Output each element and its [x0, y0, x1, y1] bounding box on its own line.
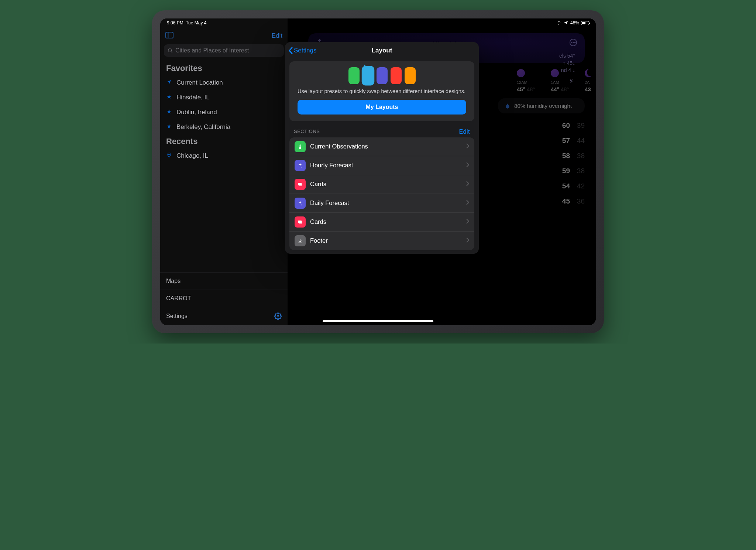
screen: 9:06 PM Tue May 4 48% Edit — [160, 18, 596, 325]
swatch-active — [361, 66, 374, 86]
sidebar-edit-button[interactable]: Edit — [272, 32, 282, 40]
hour-col: 2A 43 — [585, 69, 596, 92]
promo-text: Use layout presets to quickly swap betwe… — [298, 88, 466, 95]
sidebar-item-chicago[interactable]: Chicago, IL — [160, 148, 288, 163]
chevron-right-icon — [466, 143, 469, 150]
chevron-right-icon — [466, 181, 469, 188]
preset-swatches: ✦ — [298, 67, 466, 84]
location-services-icon — [563, 20, 568, 25]
row-badge-icon — [295, 141, 306, 152]
my-layouts-button[interactable]: My Layouts — [298, 100, 466, 115]
sidebar-maps[interactable]: Maps — [160, 272, 288, 290]
temp-hi: 58 — [555, 152, 570, 160]
svg-rect-0 — [166, 32, 173, 38]
temp-lo: 38 — [570, 152, 585, 160]
sidebar-toggle-icon[interactable] — [165, 32, 173, 40]
temp-lo: 38 — [570, 167, 585, 175]
row-badge-icon — [295, 160, 306, 171]
favorites-header: Favorites — [160, 61, 288, 75]
sidebar-item-label: Berkeley, California — [176, 123, 230, 131]
temp-hi: 59 — [555, 167, 570, 175]
svg-point-12 — [299, 147, 301, 149]
temp-hi: 57 — [555, 137, 570, 145]
ipad-frame: 9:06 PM Tue May 4 48% Edit — [152, 10, 604, 333]
sidebar-carrot[interactable]: CARROT — [160, 290, 288, 307]
sidebar-item-hinsdale[interactable]: Hinsdale, IL — [160, 90, 288, 105]
wifi-icon — [556, 20, 561, 25]
row-label: Footer — [310, 237, 462, 244]
sections-label: SECTIONS — [294, 129, 320, 135]
section-row[interactable]: Footer — [289, 232, 474, 250]
row-label: Cards — [310, 218, 462, 225]
chevron-left-icon — [289, 47, 293, 54]
layout-sheet: Settings Layout ✦ Use layout presets to … — [285, 42, 479, 254]
chevron-right-icon — [466, 200, 469, 206]
moon-icon — [585, 69, 593, 77]
row-label: Current Observations — [310, 143, 462, 150]
sidebar-item-label: Current Location — [176, 79, 223, 86]
more-icon[interactable] — [569, 38, 577, 47]
location-arrow-icon — [166, 79, 172, 86]
temp-hi: 45 — [555, 197, 570, 205]
pin-icon — [166, 152, 172, 160]
temp-lo: 39 — [570, 122, 585, 130]
svg-point-8 — [571, 42, 572, 43]
svg-rect-14 — [299, 184, 302, 186]
search-icon — [168, 48, 173, 54]
battery-icon — [581, 21, 589, 25]
star-icon — [166, 123, 172, 131]
sidebar-item-current-location[interactable]: Current Location — [160, 75, 288, 90]
temp-lo: 44 — [570, 137, 585, 145]
section-row[interactable]: Cards — [289, 213, 474, 232]
hour-col: 12AM 45°48° — [517, 69, 543, 92]
humidity-text: 80% humidity overnight — [514, 103, 572, 109]
row-badge-icon — [295, 235, 306, 246]
layouts-promo: ✦ Use layout presets to quickly swap bet… — [289, 61, 474, 121]
home-indicator[interactable] — [323, 320, 433, 322]
svg-point-5 — [277, 315, 279, 317]
svg-point-2 — [168, 48, 172, 52]
temp-lo: 42 — [570, 182, 585, 190]
row-label: Hourly Forecast — [310, 162, 462, 169]
battery-pct: 48% — [570, 20, 579, 25]
sidebar-item-label: Dublin, Ireland — [176, 109, 217, 116]
row-badge-icon — [295, 179, 306, 190]
svg-point-10 — [575, 42, 575, 43]
row-badge-icon — [295, 216, 306, 228]
section-row[interactable]: Daily Forecast — [289, 194, 474, 213]
chevron-right-icon — [466, 238, 469, 244]
sidebar-item-label: Chicago, IL — [176, 152, 208, 160]
section-row[interactable]: Current Observations — [289, 137, 474, 156]
search-input[interactable]: Cities and Places of Interest — [164, 44, 284, 57]
svg-rect-11 — [300, 144, 301, 147]
moon-icon — [551, 69, 559, 77]
status-bar: 9:06 PM Tue May 4 48% — [160, 18, 596, 27]
humidity-card[interactable]: 80% humidity overnight — [498, 98, 585, 113]
row-badge-icon — [295, 198, 306, 209]
swatch — [348, 67, 360, 84]
gear-icon — [274, 312, 282, 320]
star-icon — [166, 109, 172, 116]
row-label: Cards — [310, 181, 462, 188]
svg-line-3 — [171, 51, 172, 52]
svg-rect-16 — [299, 221, 302, 224]
humidity-icon — [505, 103, 511, 109]
row-label: Daily Forecast — [310, 199, 462, 206]
recents-header: Recents — [160, 134, 288, 148]
back-button[interactable]: Settings — [289, 47, 316, 54]
sidebar: Edit Cities and Places of Interest Favor… — [160, 18, 288, 325]
star-icon — [166, 94, 172, 101]
section-row[interactable]: Cards — [289, 175, 474, 194]
sidebar-item-berkeley[interactable]: Berkeley, California — [160, 120, 288, 134]
section-row[interactable]: Hourly Forecast — [289, 156, 474, 175]
status-time: 9:06 PM Tue May 4 — [167, 20, 206, 25]
swatch — [391, 67, 402, 84]
sections-edit-button[interactable]: Edit — [459, 129, 470, 135]
temp-hi: 54 — [555, 182, 570, 190]
swatch — [377, 67, 388, 84]
temp-lo: 36 — [570, 197, 585, 205]
search-placeholder: Cities and Places of Interest — [175, 47, 249, 54]
moon-icon — [517, 69, 525, 77]
sidebar-item-dublin[interactable]: Dublin, Ireland — [160, 105, 288, 120]
sidebar-settings[interactable]: Settings — [160, 307, 288, 325]
